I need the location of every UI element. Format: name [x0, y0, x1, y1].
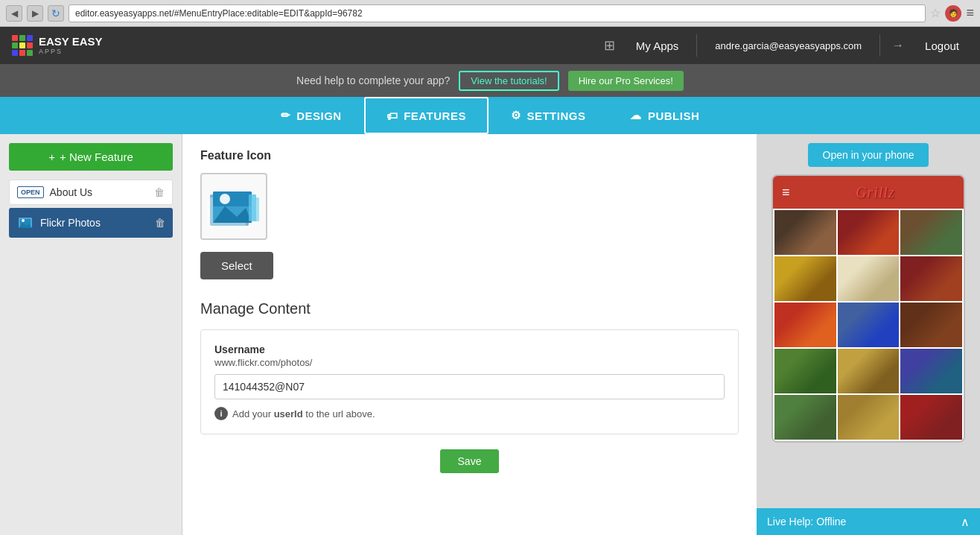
- tab-publish-label: PUBLISH: [648, 110, 699, 122]
- sidebar: + + New Feature OPEN About Us 🗑 Flickr P…: [0, 134, 182, 535]
- main-content: + + New Feature OPEN About Us 🗑 Flickr P…: [0, 134, 980, 535]
- info-text: Add your userId to the url above.: [232, 408, 375, 420]
- username-url: www.flickr.com/photos/: [214, 357, 725, 368]
- design-icon: ✏: [281, 109, 291, 122]
- save-button[interactable]: Save: [440, 449, 500, 473]
- browser-menu-icon[interactable]: ≡: [966, 5, 974, 21]
- url-bar[interactable]: [69, 4, 926, 22]
- feature-icon-box: [200, 173, 267, 240]
- content-box: Username www.flickr.com/photos/ i Add yo…: [200, 329, 739, 434]
- phone-frame: ≡ Grillz: [771, 174, 965, 443]
- logo-text-block: EASY EASY APPS: [39, 36, 103, 56]
- forward-icon: ▶: [32, 8, 39, 19]
- phone-header: ≡ Grillz: [773, 176, 964, 209]
- settings-icon: ⚙: [511, 109, 521, 122]
- feature-icon-section-title: Feature Icon: [200, 149, 739, 162]
- logo-grid: [12, 35, 33, 56]
- pro-services-button[interactable]: Hire our Pro Services!: [568, 71, 684, 91]
- refresh-icon: ↻: [51, 7, 60, 19]
- delete-about-us-icon[interactable]: 🗑: [154, 186, 165, 198]
- forward-button[interactable]: ▶: [27, 5, 43, 22]
- username-input[interactable]: [214, 374, 725, 399]
- my-apps-button[interactable]: My Apps: [627, 27, 688, 64]
- photo-cell-9: [900, 303, 962, 347]
- tab-design-label: DESIGN: [296, 110, 342, 122]
- svg-rect-8: [213, 191, 252, 206]
- photo-grid: [773, 209, 964, 441]
- svg-point-9: [220, 194, 230, 204]
- plus-icon: +: [48, 151, 55, 163]
- refresh-button[interactable]: ↻: [48, 5, 64, 22]
- header-separator-2: [879, 34, 880, 57]
- flickr-label: Flickr Photos: [40, 217, 149, 229]
- svg-rect-12: [253, 197, 259, 221]
- svg-point-2: [22, 219, 25, 222]
- open-in-phone-button[interactable]: Open in your phone: [808, 143, 929, 167]
- logout-button[interactable]: Logout: [916, 27, 968, 64]
- photo-cell-8: [838, 303, 900, 347]
- editor-area: Feature Icon Select Manage Content: [182, 134, 757, 535]
- tab-design[interactable]: ✏ DESIGN: [258, 97, 364, 134]
- save-row: Save: [200, 449, 739, 473]
- photo-cell-5: [838, 256, 900, 301]
- photo-cell-11: [838, 349, 900, 393]
- tab-features-label: FEATURES: [404, 110, 466, 122]
- info-row: i Add your userId to the url above.: [214, 407, 725, 420]
- tab-settings-label: SETTINGS: [526, 110, 585, 122]
- about-us-label: About Us: [50, 186, 148, 198]
- photo-cell-14: [838, 395, 900, 440]
- user-email: andre.garcia@easyeasyapps.com: [706, 40, 871, 51]
- new-feature-label: + New Feature: [60, 151, 133, 163]
- nav-tabs: ✏ DESIGN 🏷 FEATURES ⚙ SETTINGS ☁ PUBLISH: [0, 97, 980, 134]
- username-label: Username: [214, 344, 725, 355]
- photo-cell-3: [900, 210, 962, 255]
- sidebar-item-flickr[interactable]: Flickr Photos 🗑: [9, 208, 173, 238]
- photo-cell-1: [774, 210, 836, 255]
- browser-bar: ◀ ▶ ↻ ☆ 🧑 ≡: [0, 0, 980, 27]
- photo-cell-7: [774, 303, 836, 347]
- select-button[interactable]: Select: [200, 252, 273, 279]
- tutorials-button[interactable]: View the tutorials!: [459, 71, 559, 91]
- help-text: Need help to complete your app?: [296, 75, 450, 86]
- tab-publish[interactable]: ☁ PUBLISH: [608, 97, 722, 134]
- bookmark-icon[interactable]: ☆: [930, 6, 941, 20]
- photo-cell-6: [900, 256, 962, 301]
- phone-preview: Open in your phone ≡ Grillz: [757, 134, 980, 535]
- apps-grid-icon[interactable]: ⊞: [604, 37, 615, 54]
- live-help-chevron-icon: ∧: [961, 515, 970, 529]
- photo-cell-10: [774, 349, 836, 393]
- live-help-text: Live Help: Offline: [767, 516, 961, 528]
- manage-content-title: Manage Content: [200, 300, 739, 317]
- phone-menu-icon: ≡: [782, 185, 790, 200]
- photo-cell-13: [774, 395, 836, 440]
- delete-flickr-icon[interactable]: 🗑: [155, 217, 165, 229]
- user-avatar: 🧑: [945, 5, 961, 22]
- sidebar-item-about-us[interactable]: OPEN About Us 🗑: [9, 180, 173, 205]
- tab-settings[interactable]: ⚙ SETTINGS: [489, 97, 608, 134]
- tab-features[interactable]: 🏷 FEATURES: [364, 97, 489, 134]
- open-badge: OPEN: [17, 186, 44, 198]
- photo-cell-2: [838, 210, 900, 255]
- photo-cell-15: [900, 395, 962, 440]
- publish-icon: ☁: [630, 109, 642, 122]
- live-help-bar[interactable]: Live Help: Offline ∧: [757, 508, 980, 535]
- header-separator: [696, 34, 697, 57]
- photo-cell-4: [774, 256, 836, 301]
- info-icon: i: [214, 407, 228, 420]
- features-icon: 🏷: [386, 110, 398, 122]
- flickr-icon: [16, 214, 34, 232]
- photo-cell-12: [900, 349, 962, 393]
- back-button[interactable]: ◀: [6, 5, 22, 22]
- help-bar: Need help to complete your app? View the…: [0, 64, 980, 97]
- logo-subtitle: APPS: [39, 48, 103, 55]
- logo-title: EASY EASY: [39, 36, 103, 48]
- app-header: EASY EASY APPS ⊞ My Apps andre.garcia@ea…: [0, 27, 980, 64]
- logout-icon: →: [889, 39, 907, 52]
- new-feature-button[interactable]: + + New Feature: [9, 143, 173, 171]
- phone-app-title: Grillz: [796, 184, 955, 201]
- back-icon: ◀: [11, 8, 18, 19]
